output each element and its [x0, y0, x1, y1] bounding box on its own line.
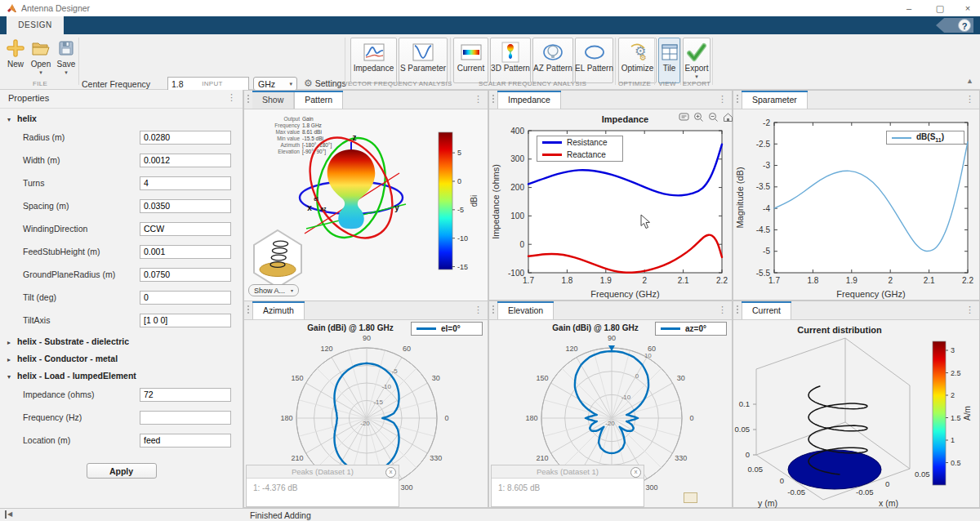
property-input-radius-m[interactable]	[140, 131, 231, 145]
tile-button-label: Tile	[663, 64, 676, 73]
close-icon[interactable]: x	[630, 467, 641, 478]
property-group-helix[interactable]: ▾helix	[0, 111, 243, 126]
panel-grip-icon[interactable]	[244, 91, 252, 109]
property-input-tilt-deg[interactable]	[140, 291, 231, 305]
property-input-groundplaneradius-m[interactable]	[140, 268, 231, 282]
apply-button[interactable]: Apply	[87, 463, 157, 479]
property-input-spacing-m[interactable]	[140, 199, 231, 213]
panel-menu-icon[interactable]: ⋮	[474, 305, 483, 315]
ribbon-tab-strip: DESIGN ?	[0, 16, 980, 34]
impedance-button[interactable]: Impedance	[350, 38, 397, 83]
property-label: Radius (m)	[0, 132, 140, 142]
svg-text:2.1: 2.1	[924, 276, 935, 285]
property-label: FeedStubHeight (m)	[0, 247, 140, 256]
new-button[interactable]: New	[4, 38, 27, 69]
property-label: GroundPlaneRadius (m)	[0, 269, 140, 279]
property-input-width-m[interactable]	[140, 154, 231, 167]
svg-text:330: 330	[430, 454, 442, 462]
property-group-3[interactable]: ▾helix - Load - lumpedElement	[0, 368, 243, 383]
svg-text:0: 0	[689, 414, 693, 422]
panel-grip-icon[interactable]	[489, 91, 497, 109]
zoom-out-icon[interactable]	[708, 112, 719, 123]
show-antenna-dropdown[interactable]: Show A...▾	[248, 284, 299, 296]
annotation-value: 8.61 dBi	[302, 129, 322, 136]
settings-button[interactable]: ⚙ Settings	[304, 78, 346, 89]
panel-menu-icon[interactable]: ⋮	[718, 94, 727, 105]
svg-text:1.5: 1.5	[951, 414, 961, 422]
svg-text:-5: -5	[392, 367, 399, 375]
current-button[interactable]: Current	[453, 38, 488, 83]
property-input-frequency-hz[interactable]	[140, 411, 231, 425]
save-button[interactable]: Save▾	[55, 38, 78, 75]
help-button[interactable]: ?	[958, 19, 971, 32]
ground-plane-disk	[788, 450, 881, 489]
panel-menu-icon[interactable]: ⋮	[965, 305, 974, 315]
close-button[interactable]: ×	[957, 2, 978, 14]
s-parameter-button[interactable]: S Parameter	[399, 38, 448, 83]
elevation-polar-plot[interactable]: 0306090120150180210240270300330-20-10010…	[489, 320, 732, 508]
optimize-button[interactable]: ⚙⚙Optimize	[618, 38, 657, 83]
tab-azimuth[interactable]: Azimuth	[252, 303, 305, 319]
svg-text:120: 120	[320, 345, 332, 353]
tab-elevation[interactable]: Elevation	[497, 303, 554, 319]
panel-grip-icon[interactable]	[244, 301, 252, 319]
antenna-thumbnail-badge[interactable]	[251, 229, 305, 289]
property-input-feedstubheight-m[interactable]	[140, 245, 231, 259]
svg-text:-0.05: -0.05	[787, 488, 805, 497]
zoom-in-icon[interactable]	[693, 112, 705, 123]
annotation-value: [-180°, 180°]	[302, 142, 332, 149]
tab-impedance[interactable]: Impedance	[497, 92, 561, 109]
collapse-properties-icon[interactable]: ◀	[5, 510, 12, 519]
tile-button[interactable]: Tile	[658, 38, 680, 83]
current-icon	[461, 42, 482, 63]
minimize-button[interactable]: –	[898, 2, 920, 14]
property-input-tiltaxis[interactable]	[140, 314, 231, 327]
panel-menu-icon[interactable]: ⋮	[474, 94, 483, 105]
svg-text:-10: -10	[381, 383, 391, 390]
tab-sparameter[interactable]: Sparameter	[742, 92, 808, 109]
tab-current[interactable]: Current	[742, 303, 791, 319]
el-pattern-button[interactable]: EL Pattern	[575, 38, 613, 83]
property-input-impedance-ohms[interactable]	[140, 388, 231, 402]
property-input-windingdirection[interactable]	[140, 222, 231, 236]
restore-button[interactable]: ▢	[929, 2, 951, 14]
svg-text:⚙: ⚙	[639, 53, 647, 62]
panel-menu-icon[interactable]: ⋮	[965, 94, 974, 105]
property-group-2[interactable]: ▸helix - Conductor - metal	[0, 351, 243, 366]
property-input-location-m[interactable]	[140, 434, 231, 448]
properties-menu-icon[interactable]: ⋮	[227, 92, 236, 103]
property-input-turns[interactable]	[140, 176, 231, 190]
peaks-header[interactable]: Peaks (Dataset 1)x	[247, 465, 399, 479]
export-button[interactable]: Export▾	[683, 38, 710, 83]
open-button[interactable]: Open▾	[29, 38, 53, 75]
pattern-3d-button[interactable]: 3D Pattern	[490, 38, 531, 83]
pattern-annotations: OutputGainFrequency1.8 GHzMax value8.61 …	[265, 116, 332, 155]
tab-show[interactable]: Show	[252, 92, 294, 109]
tab-design[interactable]: DESIGN	[7, 16, 64, 34]
panel-grip-icon[interactable]	[489, 301, 497, 319]
svg-text:0.05: 0.05	[735, 425, 751, 434]
annotation-label: Max value	[265, 129, 300, 136]
tab-pattern[interactable]: Pattern	[294, 92, 343, 109]
collapse-ribbon-icon[interactable]: ▲	[966, 77, 973, 85]
annotation-label: Azimuth	[265, 142, 300, 149]
current-panel-tabbar: Current ⋮	[733, 301, 979, 320]
center-frequency-unit-select[interactable]: GHz▾	[253, 77, 297, 91]
svg-text:300: 300	[400, 483, 412, 492]
panel-grip-icon[interactable]	[733, 91, 742, 109]
panel-menu-icon[interactable]: ⋮	[718, 305, 727, 315]
impedance-plot[interactable]: 1.71.81.922.12.2-1000100200300400Impedan…	[489, 109, 732, 301]
snapshot-icon[interactable]	[684, 492, 697, 503]
az-pattern-button[interactable]: AZ Pattern	[532, 38, 573, 83]
peaks-header[interactable]: Peaks (Dataset 1)x	[492, 465, 644, 479]
axis-label-el: el	[314, 196, 318, 202]
sparameter-plot[interactable]: 1.71.81.922.12.2-5.5-5-4.5-4-3.5-3-2.5-2…	[733, 109, 979, 301]
azimuth-polar-plot[interactable]: 0306090120150180210240270300330-20-15-10…	[244, 320, 488, 508]
pattern-3d-view[interactable]: zxyelaz50-5-10-15dBiOutputGainFrequency1…	[244, 109, 488, 301]
property-label: TiltAxis	[0, 315, 140, 325]
datatip-icon[interactable]	[679, 112, 690, 123]
current-3d-plot[interactable]: Current distribution00.050.10.050-0.05y …	[733, 320, 979, 508]
panel-grip-icon[interactable]	[733, 301, 742, 319]
close-icon[interactable]: x	[385, 467, 396, 478]
property-group-1[interactable]: ▸helix - Substrate - dielectric	[0, 334, 243, 349]
